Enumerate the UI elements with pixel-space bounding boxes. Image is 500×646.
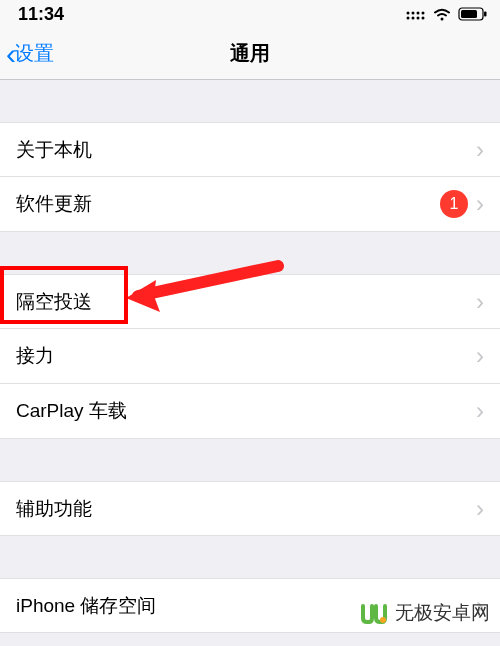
watermark-text: 无极安卓网 xyxy=(395,600,490,626)
settings-group-3: 辅助功能 › xyxy=(0,481,500,536)
chevron-right-icon: › xyxy=(476,397,484,425)
row-handoff[interactable]: 接力 › xyxy=(0,329,500,384)
chevron-right-icon: › xyxy=(476,495,484,523)
svg-point-2 xyxy=(407,12,410,15)
row-carplay[interactable]: CarPlay 车载 › xyxy=(0,384,500,439)
cellular-signal-icon xyxy=(406,7,426,21)
watermark: 无极安卓网 xyxy=(359,598,490,628)
svg-point-12 xyxy=(380,617,386,623)
notification-badge: 1 xyxy=(440,190,468,218)
watermark-logo-icon xyxy=(359,598,389,628)
svg-point-1 xyxy=(412,17,415,20)
back-label: 设置 xyxy=(14,40,54,67)
row-label: 接力 xyxy=(16,343,468,369)
status-icons xyxy=(406,7,488,21)
svg-point-0 xyxy=(407,17,410,20)
chevron-right-icon: › xyxy=(476,136,484,164)
row-airdrop[interactable]: 隔空投送 › xyxy=(0,274,500,329)
wifi-icon xyxy=(432,7,452,21)
chevron-right-icon: › xyxy=(476,190,484,218)
battery-icon xyxy=(458,7,488,21)
svg-rect-9 xyxy=(461,10,477,18)
back-button[interactable]: ‹ 设置 xyxy=(0,39,54,69)
row-label: 软件更新 xyxy=(16,191,440,217)
row-label: 辅助功能 xyxy=(16,496,468,522)
chevron-right-icon: › xyxy=(476,288,484,316)
row-accessibility[interactable]: 辅助功能 › xyxy=(0,481,500,536)
row-about[interactable]: 关于本机 › xyxy=(0,122,500,177)
status-time: 11:34 xyxy=(18,4,64,25)
svg-rect-10 xyxy=(484,12,487,17)
svg-point-5 xyxy=(417,12,420,15)
svg-point-6 xyxy=(422,17,425,20)
svg-point-7 xyxy=(422,12,425,15)
row-label: 隔空投送 xyxy=(16,289,468,315)
row-software-update[interactable]: 软件更新 1 › xyxy=(0,177,500,232)
settings-group-2: 隔空投送 › 接力 › CarPlay 车载 › xyxy=(0,274,500,439)
nav-header: ‹ 设置 通用 xyxy=(0,28,500,80)
row-label: CarPlay 车载 xyxy=(16,398,468,424)
settings-group-1: 关于本机 › 软件更新 1 › xyxy=(0,122,500,232)
row-label: 关于本机 xyxy=(16,137,468,163)
svg-point-4 xyxy=(417,17,420,20)
chevron-right-icon: › xyxy=(476,342,484,370)
page-title: 通用 xyxy=(230,40,270,67)
svg-point-3 xyxy=(412,12,415,15)
status-bar: 11:34 xyxy=(0,0,500,28)
